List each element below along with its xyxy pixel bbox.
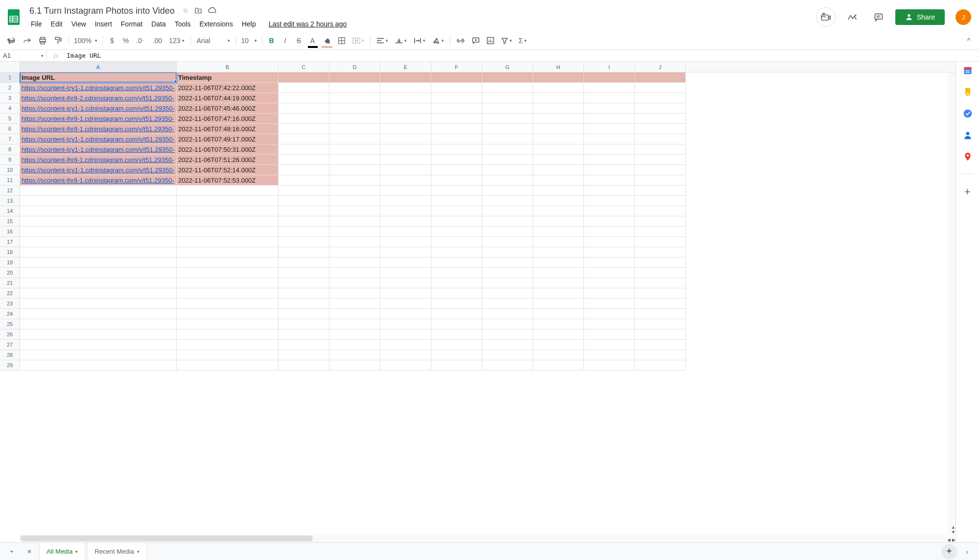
cell[interactable] <box>482 103 533 114</box>
cell[interactable] <box>584 360 635 371</box>
cell[interactable] <box>20 340 177 350</box>
menu-data[interactable]: Data <box>148 18 169 30</box>
cell[interactable] <box>635 216 686 227</box>
cell[interactable] <box>177 350 279 360</box>
cell[interactable] <box>431 216 482 227</box>
bold-button[interactable]: B <box>265 34 278 47</box>
cell[interactable] <box>431 206 482 216</box>
increase-decimal-icon[interactable]: .00 <box>150 34 165 47</box>
cell[interactable] <box>380 227 431 237</box>
formula-input[interactable]: Image URL <box>65 52 979 59</box>
cell[interactable] <box>431 288 482 299</box>
cell[interactable] <box>482 329 533 340</box>
cell[interactable] <box>380 247 431 257</box>
cell[interactable] <box>380 114 431 124</box>
collapse-toolbar-icon[interactable]: ^ <box>962 34 975 47</box>
cell[interactable] <box>329 247 380 257</box>
cell[interactable] <box>431 93 482 103</box>
cell[interactable] <box>329 340 380 350</box>
cell[interactable] <box>482 186 533 196</box>
cell[interactable] <box>635 257 686 268</box>
cell[interactable]: 2022-11-06T07:50:31.000Z <box>177 144 279 155</box>
cell[interactable] <box>533 175 584 186</box>
cell[interactable] <box>329 124 380 134</box>
col-header-h[interactable]: H <box>533 62 584 72</box>
menu-tools[interactable]: Tools <box>171 18 194 30</box>
select-all-corner[interactable] <box>0 62 20 72</box>
cell[interactable] <box>533 93 584 103</box>
cell[interactable] <box>380 309 431 319</box>
italic-button[interactable]: I <box>279 34 292 47</box>
cell[interactable] <box>584 237 635 247</box>
cell[interactable] <box>329 309 380 319</box>
cell[interactable] <box>533 114 584 124</box>
cell[interactable] <box>177 216 279 227</box>
all-sheets-button[interactable]: ≡ <box>22 544 37 560</box>
cell[interactable] <box>431 103 482 114</box>
cell[interactable] <box>635 278 686 288</box>
cell[interactable] <box>279 93 329 103</box>
cell[interactable] <box>533 350 584 360</box>
cell[interactable] <box>431 124 482 134</box>
row-header[interactable]: 27 <box>0 340 20 350</box>
format-percent-icon[interactable]: % <box>119 34 132 47</box>
borders-button[interactable] <box>335 34 349 47</box>
cell[interactable] <box>533 257 584 268</box>
cell[interactable] <box>329 114 380 124</box>
menu-extensions[interactable]: Extensions <box>196 18 236 30</box>
tasks-app-icon[interactable] <box>963 109 973 118</box>
cell[interactable] <box>533 309 584 319</box>
activity-icon[interactable] <box>842 7 862 27</box>
meet-present-icon[interactable] <box>816 7 836 27</box>
horizontal-scrollbar[interactable] <box>20 535 956 542</box>
cell[interactable] <box>584 93 635 103</box>
cell[interactable] <box>380 186 431 196</box>
cell[interactable] <box>329 268 380 278</box>
cell[interactable] <box>279 114 329 124</box>
functions-button[interactable]: Σ <box>516 34 530 47</box>
row-header[interactable]: 2 <box>0 83 20 93</box>
cell[interactable] <box>431 329 482 340</box>
col-header-g[interactable]: G <box>482 62 533 72</box>
last-edit-link[interactable]: Last edit was 2 hours ago <box>265 18 350 30</box>
cell[interactable] <box>279 83 329 93</box>
cell[interactable] <box>533 288 584 299</box>
comments-icon[interactable] <box>869 7 888 27</box>
cell[interactable] <box>431 360 482 371</box>
cell[interactable] <box>20 360 177 371</box>
cell[interactable]: https://scontent-lhr8-1.cdninstagram.com… <box>20 124 177 134</box>
cell[interactable] <box>177 329 279 340</box>
cell[interactable] <box>584 247 635 257</box>
cell[interactable] <box>635 227 686 237</box>
row-header[interactable]: 11 <box>0 175 20 186</box>
row-header[interactable]: 1 <box>0 72 20 83</box>
cell[interactable] <box>177 247 279 257</box>
insert-chart-icon[interactable] <box>484 34 497 47</box>
cell[interactable] <box>20 268 177 278</box>
cell[interactable] <box>482 278 533 288</box>
cell[interactable] <box>482 247 533 257</box>
cell[interactable] <box>635 196 686 206</box>
col-header-c[interactable]: C <box>279 62 329 72</box>
row-header[interactable]: 24 <box>0 309 20 319</box>
cell[interactable] <box>329 329 380 340</box>
cell[interactable] <box>482 216 533 227</box>
cell[interactable] <box>431 319 482 329</box>
cell[interactable] <box>533 144 584 155</box>
cell[interactable] <box>584 329 635 340</box>
cell[interactable] <box>482 309 533 319</box>
cell[interactable] <box>635 247 686 257</box>
col-header-a[interactable]: A <box>20 62 177 72</box>
cell[interactable] <box>279 329 329 340</box>
text-color-button[interactable]: A <box>306 34 319 47</box>
cell[interactable] <box>482 124 533 134</box>
doc-title[interactable]: 6.1 Turn Instagram Photos into Video <box>27 5 177 17</box>
contacts-app-icon[interactable] <box>963 130 973 140</box>
cell[interactable] <box>533 319 584 329</box>
cell[interactable]: 2022-11-06T07:51:26.000Z <box>177 155 279 165</box>
row-header[interactable]: 13 <box>0 196 20 206</box>
cell[interactable]: 2022-11-06T07:47:16.000Z <box>177 114 279 124</box>
name-box[interactable]: A1 <box>0 50 47 61</box>
cell[interactable] <box>279 350 329 360</box>
cell[interactable] <box>431 114 482 124</box>
